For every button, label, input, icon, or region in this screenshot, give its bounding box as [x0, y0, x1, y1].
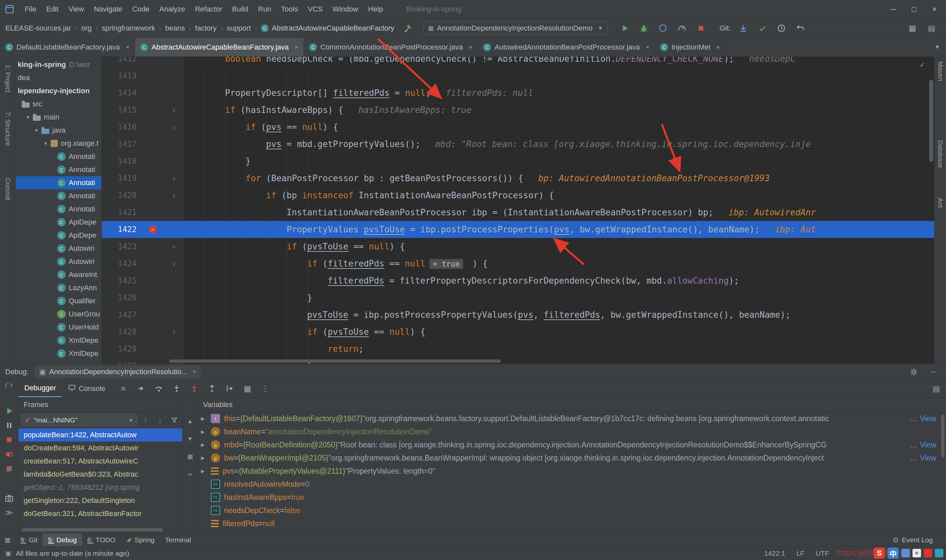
menu-tools[interactable]: Tools	[276, 0, 303, 18]
toolwindow-terminal[interactable]: Terminal	[160, 534, 196, 546]
step-out-icon[interactable]	[207, 384, 217, 394]
frame-row[interactable]: createBean:517, AbstractAutowireC	[18, 455, 182, 468]
variable-row[interactable]: 01hasInstAwareBpps = true	[198, 491, 946, 504]
view-breakpoints-icon[interactable]	[4, 449, 14, 459]
variable-row[interactable]: 01resolvedAutowireMode = 0	[198, 478, 946, 491]
settings-gear-icon[interactable]	[909, 367, 919, 377]
line-number[interactable]: 1421	[102, 204, 141, 221]
close-tab-icon[interactable]: ×	[469, 44, 472, 51]
variable-row[interactable]: ▶pmbd = {RootBeanDefinition@2050} "Root …	[198, 438, 946, 451]
fold-column[interactable]	[164, 152, 184, 170]
tree-row[interactable]: dea	[16, 71, 102, 85]
line-ending[interactable]: LF	[797, 549, 805, 557]
breakpoint-column[interactable]	[141, 340, 164, 357]
history-icon[interactable]	[776, 23, 787, 34]
tree-row[interactable]: CApiDepe	[16, 216, 102, 229]
tree-row[interactable]: ▼main	[16, 111, 102, 124]
breakpoint-column[interactable]	[141, 289, 164, 306]
frame-row[interactable]: doGetBean:321, AbstractBeanFactor	[18, 507, 182, 520]
variable-row[interactable]: 01needsDepCheck = false	[198, 504, 946, 517]
frame-row[interactable]: lambda$doGetBean$0:323, Abstrac	[18, 468, 182, 481]
tree-row[interactable]: king-in-springD:\wor	[16, 58, 102, 71]
fold-column[interactable]	[164, 306, 184, 323]
editor-gutter[interactable]: 1412	[102, 57, 184, 67]
breadcrumb-item[interactable]: beans	[165, 24, 185, 32]
editor-tab[interactable]: CInjectionMet×	[655, 38, 726, 57]
stripe-database[interactable]: Database	[937, 140, 944, 168]
breakpoint-column[interactable]	[141, 135, 164, 152]
expand-arrow-icon[interactable]: ▶	[201, 468, 211, 474]
breakpoint-column[interactable]	[141, 306, 164, 323]
breakpoint-column[interactable]	[141, 170, 164, 187]
resume-icon[interactable]	[4, 406, 14, 416]
stripe-maven[interactable]: Maven	[937, 62, 944, 81]
fold-column[interactable]: ∨	[164, 187, 184, 204]
maximize-window-icon[interactable]: □	[912, 5, 917, 14]
fold-column[interactable]: ∨	[164, 238, 184, 255]
toolwindow-todo[interactable]: 6:TODO	[82, 534, 121, 546]
breakpoint-column[interactable]	[141, 118, 164, 135]
breadcrumb-item[interactable]: org	[81, 24, 92, 32]
menu-file[interactable]: File	[20, 0, 41, 18]
tree-row[interactable]: CAwareInt	[16, 268, 102, 281]
variables-vertical-scrollbar[interactable]	[941, 415, 944, 457]
thread-selector[interactable]: ✓ "mai...NNING" ▼	[21, 414, 137, 426]
tree-row[interactable]: CLazyAnn	[16, 281, 102, 294]
breakpoint-column[interactable]	[141, 67, 164, 85]
variable-row[interactable]: ▶tthis = {DefaultListableBeanFactory@160…	[198, 412, 946, 425]
tree-row[interactable]: ▼java	[16, 124, 102, 137]
frame-next-icon[interactable]: ▼	[185, 434, 196, 444]
toolwindow-git[interactable]: 9:Git	[15, 534, 43, 546]
stripe-7-structure[interactable]: 7: Structure	[4, 112, 11, 146]
line-number[interactable]: 1429	[102, 340, 141, 357]
code-line[interactable]: 1415∨if (hasInstAwareBpps) {hasInstAware…	[102, 102, 934, 118]
expand-arrow-icon[interactable]: ▶	[201, 416, 211, 421]
frame-down-icon[interactable]: ↓	[155, 415, 165, 425]
close-tab-icon[interactable]: ×	[126, 44, 129, 51]
editor-gutter[interactable]: 1416∨	[102, 118, 184, 135]
breadcrumb-item[interactable]: support	[226, 24, 251, 32]
code-line[interactable]: 1413	[102, 67, 934, 85]
close-window-icon[interactable]: ×	[932, 5, 937, 14]
tree-row[interactable]: src	[16, 97, 102, 111]
toolwindow-spring[interactable]: Spring	[121, 534, 160, 546]
close-tab-icon[interactable]: ×	[295, 44, 298, 51]
variable-row[interactable]: ▶pbw = {BeanWrapperImpl@2105} "org.sprin…	[198, 451, 946, 465]
close-tab-icon[interactable]: ×	[716, 44, 720, 51]
fold-column[interactable]	[164, 221, 184, 238]
close-session-icon[interactable]: ×	[193, 368, 196, 375]
code-line[interactable]: 1420∨if (bp instanceof InstantiationAwar…	[102, 187, 934, 204]
code-line[interactable]: 1417pvs = mbd.getPropertyValues();mbd: "…	[102, 135, 934, 152]
tree-row[interactable]: CAnnotati	[16, 163, 102, 176]
breakpoint-column[interactable]	[141, 152, 164, 170]
stripe-ant[interactable]: Ant	[937, 198, 944, 208]
fold-column[interactable]	[164, 135, 184, 152]
view-grid-icon[interactable]: ▦	[242, 384, 252, 394]
breakpoint-column[interactable]	[141, 272, 164, 289]
menu-help[interactable]: Help	[363, 0, 388, 18]
tree-row[interactable]: CUserHold	[16, 321, 102, 334]
commit-icon[interactable]	[757, 23, 768, 34]
frame-row[interactable]: getObject:-1, 758348212 (org.spring	[18, 481, 182, 494]
editor-gutter[interactable]: 1414	[102, 85, 184, 102]
file-encoding[interactable]: UTF	[816, 549, 829, 557]
code-line[interactable]: 1426}	[102, 289, 934, 306]
tab-debugger[interactable]: Debugger	[18, 380, 62, 397]
tree-row[interactable]: CAnnotati	[16, 203, 102, 216]
editor-gutter[interactable]: 1413	[102, 67, 184, 85]
breakpoint-column[interactable]	[141, 238, 164, 255]
frame-row[interactable]: doCreateBean:594, AbstractAutowir	[18, 442, 182, 455]
step-into-icon[interactable]	[171, 384, 181, 394]
fold-column[interactable]	[164, 67, 184, 85]
variable-row[interactable]: ▶pbeanName = "annotationDependencyInject…	[198, 425, 946, 438]
update-project-icon[interactable]	[738, 23, 749, 34]
code-line[interactable]: 1429return;	[102, 340, 934, 357]
view-link[interactable]: View	[920, 454, 936, 463]
fold-column[interactable]: ∨	[164, 323, 184, 340]
watch-return-values-icon[interactable]: ∞	[185, 469, 196, 480]
breadcrumb-item[interactable]: ELEASE-sources.jar	[5, 24, 71, 32]
breakpoint-icon[interactable]: ✓	[149, 226, 157, 234]
code-line[interactable]: 1421InstantiationAwareBeanPostProcessor …	[102, 204, 934, 221]
more-icon[interactable]: ≫	[4, 508, 14, 518]
tab-console[interactable]: Console	[62, 380, 111, 397]
